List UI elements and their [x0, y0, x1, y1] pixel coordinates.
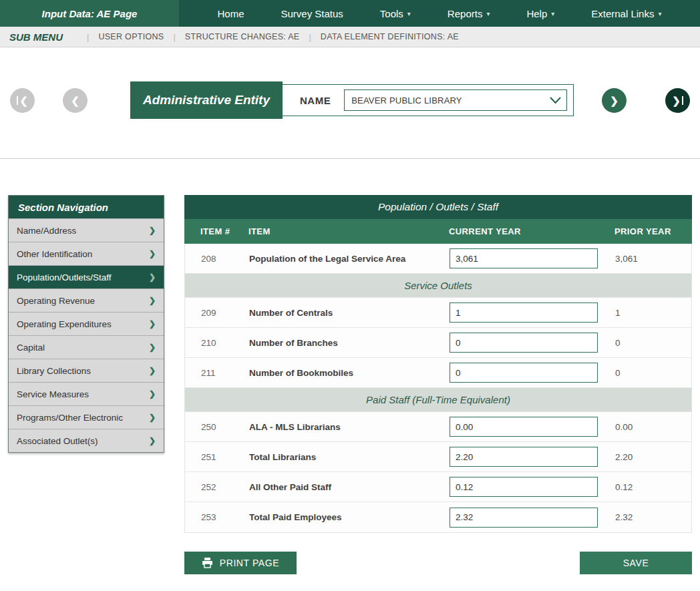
item-label: Total Librarians [249, 452, 450, 462]
current-year-input[interactable] [450, 508, 598, 528]
sidebar-item-capital[interactable]: Capital❯ [9, 335, 164, 359]
nav-tools-label: Tools [380, 8, 403, 19]
col-current-year: CURRENT YEAR [449, 226, 615, 236]
name-label: NAME [300, 95, 331, 106]
sidebar-item-associated-outlets[interactable]: Associated Outlet(s)❯ [9, 429, 164, 452]
item-number: 209 [201, 308, 249, 318]
item-label: Number of Bookmobiles [249, 368, 450, 378]
chevron-down-icon: ▾ [658, 10, 661, 17]
table-row: 253 Total Paid Employees 2.32 [185, 502, 691, 532]
nav-home[interactable]: Home [217, 8, 244, 19]
table-row: 252 All Other Paid Staff 0.12 [185, 472, 691, 502]
chevron-left-icon: ❮ [71, 95, 79, 106]
item-number: 211 [201, 368, 249, 378]
sidebar-item-label: Population/Outlets/Staff [17, 272, 112, 282]
nav-tools[interactable]: Tools ▾ [380, 8, 411, 19]
page-content: Section Navigation Name/Address❯ Other I… [0, 195, 700, 574]
current-year-input[interactable] [450, 447, 598, 467]
chevron-right-icon: ❯ [149, 389, 156, 399]
current-year-input[interactable] [450, 477, 598, 497]
sidebar-item-other-identification[interactable]: Other Identification❯ [9, 242, 164, 265]
divider: | [309, 32, 311, 42]
print-page-button[interactable]: PRINT PAGE [184, 552, 297, 574]
sidebar-item-operating-expenditures[interactable]: Operating Expenditures❯ [9, 312, 164, 335]
section-band-label: Paid Staff (Full-Time Equivalent) [366, 394, 510, 405]
entity-name-select[interactable]: BEAVER PUBLIC LIBRARY [344, 89, 567, 111]
table-row: 208 Population of the Legal Service Area… [185, 244, 691, 274]
section-band-label: Service Outlets [404, 280, 472, 291]
current-year-input[interactable] [450, 248, 598, 268]
nav-survey-status-label: Survey Status [281, 8, 343, 19]
sidebar-item-service-measures[interactable]: Service Measures❯ [9, 382, 164, 405]
item-number: 252 [201, 482, 249, 492]
submenu-data-element-definitions[interactable]: DATA ELEMENT DEFINITIONS: AE [321, 32, 459, 41]
chevron-left-icon: ❮ [19, 95, 28, 106]
sidebar-item-name-address[interactable]: Name/Address❯ [9, 218, 164, 242]
item-label: Number of Centrals [249, 308, 450, 318]
chevron-right-icon: ❯ [149, 249, 156, 258]
first-record-button[interactable]: ❮ [10, 88, 35, 113]
entity-name-panel: Administrative Entity NAME BEAVER PUBLIC… [130, 84, 574, 116]
nav-external-links-label: External Links [591, 8, 654, 19]
table-row: 250 ALA - MLS Librarians 0.00 [185, 412, 691, 442]
print-page-label: PRINT PAGE [220, 558, 280, 568]
entity-type-title: Administrative Entity [130, 81, 283, 119]
divider: | [87, 32, 89, 42]
nav-survey-status[interactable]: Survey Status [281, 8, 343, 19]
prev-record-button[interactable]: ❮ [63, 88, 88, 113]
table-row: 211 Number of Bookmobiles 0 [185, 358, 691, 388]
item-label: Population of the Legal Service Area [249, 254, 450, 264]
select-chevron-icon [550, 97, 561, 104]
submenu-title: SUB MENU [9, 31, 63, 43]
section-band: Paid Staff (Full-Time Equivalent) [185, 388, 691, 412]
section-navigation-title: Section Navigation [9, 196, 164, 218]
sidebar-item-label: Programs/Other Electronic [17, 413, 123, 423]
submenu-user-options[interactable]: USER OPTIONS [98, 32, 164, 41]
table-row: 251 Total Librarians 2.20 [185, 442, 691, 472]
next-record-button[interactable]: ❯ [602, 88, 627, 113]
main-nav: Home Survey Status Tools ▾ Reports ▾ Hel… [179, 0, 700, 27]
prior-year-value: 0 [615, 338, 691, 348]
prior-year-value: 2.32 [615, 512, 691, 522]
active-page-tab[interactable]: Input Data: AE Page [0, 0, 179, 27]
prior-year-value: 0 [615, 368, 691, 378]
item-number: 210 [201, 338, 249, 348]
current-year-input[interactable] [450, 417, 598, 437]
divider: | [173, 32, 175, 42]
table-row: 209 Number of Centrals 1 [185, 298, 691, 328]
current-year-input[interactable] [450, 363, 598, 383]
selected-entity-name: BEAVER PUBLIC LIBRARY [351, 95, 462, 106]
sidebar-item-population-outlets-staff[interactable]: Population/Outlets/Staff❯ [9, 265, 164, 288]
chevron-down-icon: ▾ [407, 10, 411, 17]
chevron-right-icon: ❯ [149, 413, 156, 422]
nav-help[interactable]: Help ▾ [526, 8, 554, 19]
sidebar-item-library-collections[interactable]: Library Collections❯ [9, 359, 164, 382]
save-button[interactable]: SAVE [580, 552, 692, 574]
item-label: All Other Paid Staff [249, 482, 450, 492]
sidebar-item-programs-other-electronic[interactable]: Programs/Other Electronic❯ [9, 405, 164, 429]
submenu-structure-changes[interactable]: STRUCTURE CHANGES: AE [185, 32, 300, 41]
prior-year-value: 2.20 [615, 452, 691, 462]
nav-external-links[interactable]: External Links ▾ [591, 8, 661, 19]
section-navigation: Section Navigation Name/Address❯ Other I… [8, 195, 164, 453]
chevron-right-icon: ❯ [149, 272, 156, 282]
prior-year-value: 0.00 [615, 422, 691, 432]
sidebar-item-label: Service Measures [17, 389, 89, 399]
nav-home-label: Home [217, 8, 244, 19]
last-record-button[interactable]: ❯ [665, 88, 690, 113]
nav-reports[interactable]: Reports ▾ [448, 8, 490, 19]
sidebar-item-label: Operating Expenditures [17, 319, 112, 329]
chevron-right-icon: ❯ [149, 319, 156, 329]
chevron-right-icon: ❯ [610, 95, 619, 106]
chevron-right-icon: ❯ [149, 226, 156, 235]
current-year-input[interactable] [450, 303, 598, 323]
sidebar-item-label: Library Collections [17, 366, 91, 376]
entity-selector-row: ❮ ❮ Administrative Entity NAME BEAVER PU… [0, 81, 700, 120]
chevron-down-icon: ▾ [551, 10, 554, 17]
sidebar-item-operating-revenue[interactable]: Operating Revenue❯ [9, 288, 164, 312]
table-body: 208 Population of the Legal Service Area… [184, 244, 692, 533]
sidebar-item-label: Operating Revenue [17, 296, 95, 306]
current-year-input[interactable] [450, 333, 598, 353]
item-number: 251 [201, 452, 249, 462]
table-row: 210 Number of Branches 0 [185, 328, 691, 358]
